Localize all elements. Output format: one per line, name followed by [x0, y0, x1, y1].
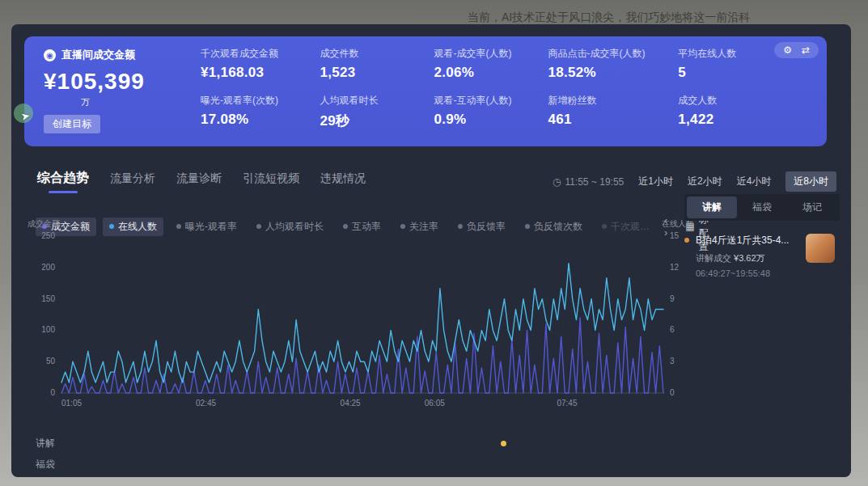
metric-cell: 新增粉丝数 461	[548, 94, 671, 130]
settings-gear-icon[interactable]: ⚙	[783, 44, 792, 56]
svg-text:07:45: 07:45	[557, 399, 577, 408]
timeline-row-label: 讲解	[36, 437, 55, 449]
sidebar-tab-explain[interactable]: 讲解	[687, 197, 737, 218]
deal-label: 讲解成交	[696, 253, 731, 263]
svg-text:250: 250	[41, 231, 55, 240]
metric-cell: 观看-互动率(人数) 0.9%	[434, 94, 542, 130]
explain-marker-dot[interactable]	[501, 441, 506, 446]
timeline-row-explain: 讲解	[36, 437, 683, 451]
time-option-1h[interactable]: 近1小时	[638, 175, 673, 188]
primary-metric-value: ¥105,399	[44, 69, 201, 95]
clock-icon: ◷	[553, 176, 561, 188]
svg-text:50: 50	[46, 357, 56, 366]
timeline-row-lucky-bag: 福袋	[36, 458, 683, 472]
metric-label: 新增粉丝数	[548, 94, 671, 108]
primary-metric-label: 直播间成交金额	[61, 48, 135, 62]
swap-layout-icon[interactable]: ⇄	[802, 44, 810, 56]
svg-text:06:05: 06:05	[425, 399, 445, 408]
svg-text:成交金额: 成交金额	[28, 219, 60, 228]
metric-value: 0.9%	[434, 112, 542, 128]
trend-chart[interactable]: 成交金额在线人数2502001501005001512963001:0502:4…	[24, 218, 696, 417]
metric-cell: 成交人数 1,422	[678, 94, 775, 130]
time-option-2h[interactable]: 近2小时	[688, 175, 722, 188]
metric-cell: 曝光-观看率(次数) 17.08%	[201, 94, 314, 130]
svg-text:3: 3	[670, 357, 675, 366]
sidebar-tab-lucky-bag[interactable]: 福袋	[737, 197, 787, 218]
deal-value: ¥3.62万	[734, 253, 765, 263]
sidebar-tab-log[interactable]: 场记	[787, 197, 837, 218]
tab-traffic-analysis[interactable]: 流量分析	[110, 171, 155, 186]
explain-list-item[interactable]: B拍4斤送1斤共35-4... 讲解成交 ¥3.62万 06:49:27~19:…	[684, 234, 840, 278]
metric-cell: 成交件数 1,523	[320, 47, 428, 81]
hero-metrics-panel: ◉ 直播间成交金额 ¥105,399 万 创建目标 千次观看成交金额 ¥1,16…	[24, 36, 827, 146]
time-range-text: 11:55 ~ 19:55	[565, 176, 624, 188]
time-filter-bar: ◷ 11:55 ~ 19:55 近1小时 近2小时 近4小时 近8小时	[553, 171, 836, 192]
svg-text:0: 0	[50, 388, 55, 397]
metric-label: 商品点击-成交率(人数)	[548, 47, 671, 61]
metric-value: 5	[678, 65, 775, 81]
metric-label: 平均在线人数	[678, 47, 775, 61]
metric-value: ¥1,168.03	[201, 65, 314, 81]
metric-cell: 商品点击-成交率(人数) 18.52%	[548, 47, 671, 81]
tab-short-video[interactable]: 引流短视频	[243, 171, 299, 186]
target-icon: ◉	[44, 49, 56, 61]
tab-overall-trend[interactable]: 综合趋势	[37, 170, 89, 187]
svg-text:15: 15	[670, 231, 680, 240]
svg-text:01:05: 01:05	[61, 399, 82, 408]
primary-metric: ◉ 直播间成交金额 ¥105,399 万 创建目标	[44, 48, 201, 133]
metric-value: 2.06%	[434, 65, 542, 81]
metric-value: 18.52%	[548, 65, 671, 81]
metric-cell: 人均观看时长 29秒	[320, 94, 428, 130]
metric-cell: 平均在线人数 5	[678, 47, 775, 81]
svg-text:6: 6	[670, 325, 675, 334]
primary-metric-unit: 万	[81, 96, 201, 108]
metric-label: 成交件数	[320, 47, 428, 61]
svg-text:200: 200	[41, 263, 55, 272]
hero-action-pill: ⚙ ⇄	[774, 42, 819, 58]
item-bullet-dot	[684, 238, 689, 243]
metric-label: 千次观看成交金额	[201, 47, 314, 61]
metric-label: 人均观看时长	[320, 94, 428, 108]
create-goal-button[interactable]: 创建目标	[44, 115, 100, 133]
time-option-8h[interactable]: 近8小时	[785, 171, 836, 192]
explain-time-range: 06:49:27~19:55:48	[696, 268, 840, 278]
main-tab-bar: 综合趋势 流量分析 流量诊断 引流短视频 违规情况	[37, 170, 366, 187]
live-dashboard-panel: ◉ 直播间成交金额 ¥105,399 万 创建目标 千次观看成交金额 ¥1,16…	[11, 24, 851, 477]
metric-label: 成交人数	[678, 94, 775, 108]
tab-traffic-diagnosis[interactable]: 流量诊断	[176, 171, 222, 186]
tab-violations[interactable]: 违规情况	[320, 171, 366, 186]
metric-value: 17.08%	[201, 112, 314, 128]
metric-value: 461	[548, 112, 671, 128]
metric-value: 1,523	[320, 65, 428, 81]
svg-text:04:25: 04:25	[341, 399, 361, 408]
metric-label: 观看-互动率(人数)	[434, 94, 542, 108]
svg-text:02:45: 02:45	[196, 399, 216, 408]
metric-value: 29秒	[320, 112, 428, 130]
product-title: B拍4斤送1斤共35-4...	[696, 234, 791, 247]
metric-grid: 千次观看成交金额 ¥1,168.03 成交件数 1,523 观看-成交率(人数)…	[201, 47, 775, 130]
background-overlay-text: 当前，AI技术正处于风口浪尖，我们巧妙地将这一前沿科	[468, 11, 750, 25]
svg-text:150: 150	[41, 294, 55, 303]
svg-text:12: 12	[670, 263, 680, 272]
metric-cell: 观看-成交率(人数) 2.06%	[434, 47, 542, 81]
svg-text:9: 9	[670, 294, 675, 303]
svg-text:0: 0	[670, 388, 675, 397]
sidebar-tab-bar: 讲解 福袋 场记	[684, 194, 840, 221]
timeline-row-label: 福袋	[36, 459, 55, 470]
metric-label: 曝光-观看率(次数)	[201, 94, 314, 108]
svg-text:100: 100	[41, 325, 55, 334]
metric-value: 1,422	[678, 112, 775, 128]
trend-chart-svg: 成交金额在线人数2502001501005001512963001:0502:4…	[24, 218, 696, 417]
time-option-4h[interactable]: 近4小时	[737, 175, 772, 188]
product-thumbnail	[806, 234, 835, 263]
metric-cell: 千次观看成交金额 ¥1,168.03	[201, 47, 314, 81]
right-sidebar: 讲解 福袋 场记 B拍4斤送1斤共35-4... 讲解成交 ¥3.62万 06:…	[684, 194, 840, 466]
metric-label: 观看-成交率(人数)	[434, 47, 542, 61]
